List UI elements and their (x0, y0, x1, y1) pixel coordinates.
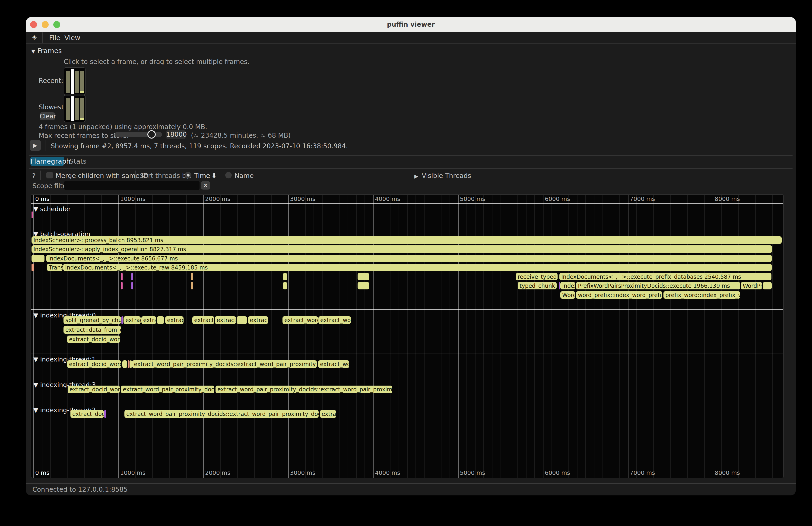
sort-direction-arrow-icon[interactable]: ⬇ (211, 172, 217, 179)
frames-usage-text: 4 frames (1 unpacked) using approximatel… (39, 123, 207, 131)
scope-bar[interactable]: index (560, 282, 575, 289)
tab-flamegraph[interactable]: Flamegraph (30, 157, 64, 166)
sort-name-radio[interactable] (225, 172, 232, 178)
scope-filter-input[interactable] (64, 181, 200, 190)
scope-bar-small[interactable] (191, 273, 193, 280)
scope-bar-small[interactable] (121, 316, 123, 324)
scope-bar[interactable]: extract_word (282, 316, 318, 324)
scope-bar[interactable]: IndexDocuments<_, _>::execute 8656.677 m… (46, 255, 772, 262)
collapse-closed-icon: ▶ (414, 173, 418, 179)
scope-bar-small[interactable] (283, 282, 287, 289)
thumbnail-frame-bar[interactable] (80, 98, 84, 120)
thumbnail-frame-bar[interactable] (71, 97, 74, 121)
scope-bar[interactable]: PrefixWordPairsProximityDocids::execute … (576, 282, 740, 289)
recent-frames-thumbnail[interactable] (64, 68, 86, 95)
scope-bar[interactable]: extract_ (215, 316, 236, 324)
thumbnail-frame-bar[interactable] (71, 69, 74, 93)
scope-bar[interactable]: extract (248, 316, 268, 324)
play-button[interactable]: ▶ (30, 140, 41, 151)
scope-bar[interactable]: extract::data_from_ob (63, 326, 121, 334)
scope-bar[interactable]: extrac (165, 316, 184, 324)
time-tick-label: 2000 ms (205, 195, 230, 202)
menu-file[interactable]: File (49, 34, 60, 42)
scope-bar[interactable]: extract_word_pair_proximity_docids::extr… (132, 360, 317, 368)
visible-threads-header[interactable]: ▶ Visible Threads (414, 172, 471, 179)
scope-bar[interactable]: split_grenad_by_chun (63, 316, 121, 324)
time-tick-label: 8000 ms (715, 195, 740, 202)
scope-bar[interactable]: extract_word_pair_proximity_docids::extr… (125, 410, 319, 418)
scope-bar-small[interactable] (131, 282, 133, 289)
scope-bar-small[interactable] (122, 360, 127, 368)
thumbnail-frame-bar[interactable] (75, 98, 79, 120)
merge-children-checkbox[interactable] (46, 172, 53, 178)
max-frames-slider[interactable] (115, 132, 162, 137)
scope-bar[interactable]: IndexDocuments<_, _>::execute_raw 8459.1… (63, 264, 772, 271)
max-frames-value[interactable]: 18000 (166, 130, 186, 139)
scope-bar-small[interactable] (236, 316, 247, 324)
flamegraph-canvas[interactable]: 0 ms1000 ms2000 ms3000 ms4000 ms5000 ms6… (31, 194, 784, 478)
scope-bar[interactable]: extract_ (192, 316, 214, 324)
scope-bar-small[interactable] (358, 273, 369, 280)
slider-knob[interactable] (147, 130, 156, 138)
scope-bar-small[interactable] (128, 360, 130, 368)
time-tick-label: 8000 ms (715, 469, 740, 476)
sort-threads-label: Sort threads by: (140, 172, 192, 179)
scope-bar[interactable]: extract_wo (318, 360, 349, 368)
scope-bar[interactable]: IndexScheduler>::apply_index_operation 8… (31, 245, 772, 253)
scope-bar-small[interactable] (104, 410, 106, 418)
scope-bar[interactable]: Trans (47, 264, 62, 271)
sort-time-radio[interactable] (185, 172, 191, 178)
scope-bar[interactable]: receive_typed_ (516, 273, 557, 280)
scope-bar[interactable]: prefix_word::index_prefix_wo (664, 291, 740, 299)
scope-bar[interactable]: extrac (320, 410, 336, 418)
clear-frames-button[interactable]: Clear (40, 112, 55, 120)
scope-bar[interactable]: word_prefix::index_word_prefix_ (576, 291, 662, 299)
scope-bar[interactable]: extract_docid_word (67, 360, 121, 368)
scope-bar-small[interactable] (121, 282, 122, 289)
scope-bar-small[interactable] (31, 264, 34, 271)
scope-bar[interactable]: extract_word_pair_proximity_docids::extr… (216, 385, 392, 393)
theme-sun-icon[interactable]: ☀ (31, 34, 37, 41)
sort-time-label[interactable]: Time (194, 172, 210, 179)
scope-bar-small[interactable] (31, 255, 44, 262)
menu-divider (42, 32, 43, 43)
sort-name-label[interactable]: Name (234, 172, 254, 179)
scope-bar[interactable]: extract_docid_word (68, 385, 120, 393)
thumbnail-frame-bar[interactable] (66, 98, 70, 120)
scope-bar-small[interactable] (31, 211, 33, 218)
scope-bar-small[interactable] (191, 282, 193, 289)
frames-section-header[interactable]: ▼ Frames (31, 47, 62, 55)
thumbnail-frame-bar[interactable] (66, 71, 70, 93)
scope-bar-small[interactable] (283, 273, 287, 280)
scope-bar[interactable]: IndexScheduler>::process_batch 8953.821 … (31, 236, 782, 244)
scope-bar-small[interactable] (358, 282, 369, 289)
thumbnail-frame-bar[interactable] (75, 71, 79, 93)
scope-bar[interactable]: IndexDocuments<_, _>::execute_prefix_dat… (560, 273, 771, 280)
help-button[interactable]: ? (32, 172, 35, 180)
scope-bar-small[interactable] (131, 273, 133, 280)
menu-view[interactable]: View (64, 34, 81, 42)
time-tick-label: 0 ms (35, 195, 49, 202)
scope-bar[interactable]: extract_docid_word (67, 336, 120, 343)
scope-bar[interactable]: extract_word_pair_proximity_docids (121, 385, 214, 393)
scope-bar[interactable]: extract_doc (70, 410, 104, 418)
scope-bar-small[interactable] (559, 282, 560, 289)
thread-group-header[interactable]: ▼ scheduler (33, 205, 71, 213)
scope-bar-small[interactable] (763, 282, 772, 289)
clear-filter-button[interactable]: x (201, 181, 210, 190)
scope-bar[interactable]: WordPr (741, 282, 762, 289)
thumbnail-frame-bar-tip (80, 91, 84, 93)
thread-group-separator (31, 228, 783, 228)
scope-bar[interactable]: Word (560, 291, 575, 299)
scope-bar[interactable]: extract (124, 316, 141, 324)
divider (29, 168, 793, 169)
scope-bar-small[interactable] (157, 316, 164, 324)
scope-bar[interactable]: extra (141, 316, 156, 324)
thumbnail-frame-bar[interactable] (80, 71, 84, 93)
scope-bar-small[interactable] (130, 360, 132, 368)
scope-bar[interactable]: typed_chunk::w (518, 282, 556, 289)
scope-bar[interactable]: extract_wo (318, 316, 351, 324)
tab-stats[interactable]: Stats (69, 157, 87, 166)
slowest-frames-thumbnail[interactable] (64, 95, 86, 122)
scope-bar-small[interactable] (121, 273, 122, 280)
